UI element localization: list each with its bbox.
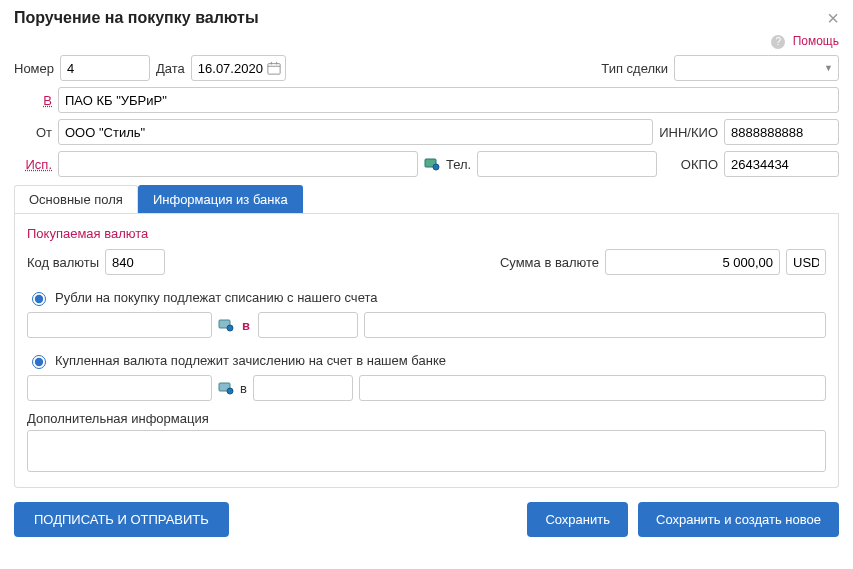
ruble-radio-row: Рубли на покупку подлежат списанию с наш… bbox=[27, 289, 826, 306]
bought-radio-label: Купленная валюта подлежит зачислению на … bbox=[55, 353, 446, 368]
ruble-lookup-icon[interactable] bbox=[218, 317, 234, 333]
row-from: От ИНН/КИО bbox=[14, 119, 839, 145]
currency-code-label: Код валюты bbox=[27, 255, 99, 270]
addinfo-section: Дополнительная информация bbox=[27, 411, 826, 475]
save-button[interactable]: Сохранить bbox=[527, 502, 628, 537]
ruble-radio[interactable] bbox=[32, 292, 46, 306]
help-link[interactable]: Помощь bbox=[14, 34, 839, 49]
tab-bank-info[interactable]: Информация из банка bbox=[138, 185, 303, 213]
buttons-row: ПОДПИСАТЬ И ОТПРАВИТЬ Сохранить Сохранит… bbox=[14, 502, 839, 537]
tab-body: Покупаемая валюта Код валюты Сумма в вал… bbox=[14, 214, 839, 488]
addinfo-textarea[interactable] bbox=[27, 430, 826, 472]
inn-input[interactable] bbox=[724, 119, 839, 145]
deal-type-label: Тип сделки bbox=[601, 61, 668, 76]
currency-section-title: Покупаемая валюта bbox=[27, 226, 826, 241]
bought-bank-code-input[interactable] bbox=[253, 375, 353, 401]
row-exec: Исп. Тел. ОКПО bbox=[14, 151, 839, 177]
ruble-v-label: в bbox=[242, 318, 250, 333]
close-icon[interactable]: × bbox=[827, 8, 839, 28]
svg-point-9 bbox=[227, 388, 233, 394]
inn-label: ИНН/КИО bbox=[659, 125, 718, 140]
bought-account-input[interactable] bbox=[27, 375, 212, 401]
currency-amount-label: Сумма в валюте bbox=[500, 255, 599, 270]
okpo-label: ОКПО bbox=[681, 157, 718, 172]
bought-radio[interactable] bbox=[32, 355, 46, 369]
dialog-header: Поручение на покупку валюты × bbox=[14, 8, 839, 28]
ruble-account-input[interactable] bbox=[27, 312, 212, 338]
dialog-title: Поручение на покупку валюты bbox=[14, 9, 259, 27]
row-number-date: Номер Дата Тип сделки bbox=[14, 55, 839, 81]
svg-point-7 bbox=[227, 325, 233, 331]
currency-code-input[interactable] bbox=[105, 249, 165, 275]
number-label: Номер bbox=[14, 61, 54, 76]
svg-point-5 bbox=[433, 164, 439, 170]
okpo-input[interactable] bbox=[724, 151, 839, 177]
ruble-bank-code-input[interactable] bbox=[258, 312, 358, 338]
bank-v-label: В bbox=[14, 93, 52, 108]
date-label: Дата bbox=[156, 61, 185, 76]
lookup-icon[interactable] bbox=[424, 156, 440, 172]
tel-label: Тел. bbox=[446, 157, 471, 172]
bought-lookup-icon[interactable] bbox=[218, 380, 234, 396]
currency-unit bbox=[786, 249, 826, 275]
bought-v-label: в bbox=[240, 381, 247, 396]
date-input[interactable] bbox=[191, 55, 286, 81]
exec-label: Исп. bbox=[14, 157, 52, 172]
tel-input[interactable] bbox=[477, 151, 657, 177]
deal-type-select[interactable] bbox=[674, 55, 839, 81]
dialog: Поручение на покупку валюты × Помощь Ном… bbox=[0, 0, 853, 551]
tabs: Основные поля Информация из банка bbox=[14, 185, 839, 214]
help-label: Помощь bbox=[793, 34, 839, 48]
from-label: От bbox=[14, 125, 52, 140]
exec-name-input[interactable] bbox=[58, 151, 418, 177]
bank-name-input[interactable] bbox=[58, 87, 839, 113]
bought-bank-name-input[interactable] bbox=[359, 375, 826, 401]
deal-type-select-wrap bbox=[674, 55, 839, 81]
ruble-radio-label: Рубли на покупку подлежат списанию с наш… bbox=[55, 290, 377, 305]
addinfo-label: Дополнительная информация bbox=[27, 411, 209, 426]
from-name-input[interactable] bbox=[58, 119, 653, 145]
save-new-button[interactable]: Сохранить и создать новое bbox=[638, 502, 839, 537]
currency-amount-input[interactable] bbox=[605, 249, 780, 275]
row-ruble-account: в bbox=[27, 312, 826, 338]
row-bank: В bbox=[14, 87, 839, 113]
row-currency: Код валюты Сумма в валюте bbox=[27, 249, 826, 275]
date-wrap bbox=[191, 55, 286, 81]
tab-main[interactable]: Основные поля bbox=[14, 185, 138, 213]
number-input[interactable] bbox=[60, 55, 150, 81]
ruble-bank-name-input[interactable] bbox=[364, 312, 826, 338]
bought-radio-row: Купленная валюта подлежит зачислению на … bbox=[27, 352, 826, 369]
sign-send-button[interactable]: ПОДПИСАТЬ И ОТПРАВИТЬ bbox=[14, 502, 229, 537]
row-bought-account: в bbox=[27, 375, 826, 401]
